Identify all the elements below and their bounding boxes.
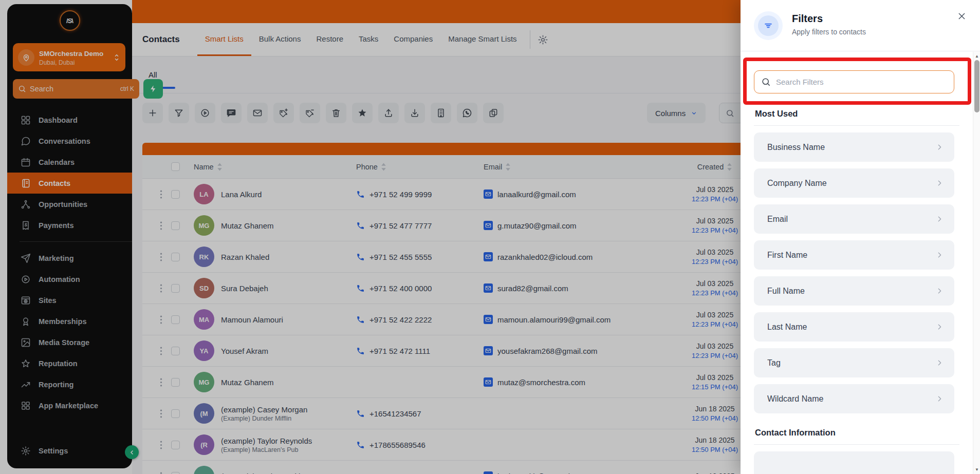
columns-dropdown[interactable]: Columns: [647, 103, 706, 123]
sidebar-item-opportunities[interactable]: Opportunities: [7, 194, 132, 215]
sort-icon[interactable]: [217, 163, 223, 171]
contact-company: (Example) MacLaren's Pub: [221, 446, 312, 453]
tab-tasks[interactable]: Tasks: [351, 23, 386, 56]
sidebar-collapse-button[interactable]: [125, 445, 139, 459]
column-header-email[interactable]: Email: [484, 163, 653, 171]
contact-name[interactable]: Sura Debajeh: [221, 284, 268, 293]
sort-icon[interactable]: [727, 163, 732, 171]
sidebar-item-reputation[interactable]: Reputation: [7, 353, 132, 374]
sidebar-item-marketing[interactable]: Marketing: [7, 248, 132, 269]
send-email-button[interactable]: [247, 103, 268, 123]
column-header-phone[interactable]: Phone: [356, 163, 484, 171]
contact-name[interactable]: Lana Alkurd: [221, 190, 262, 199]
filter-option-first-name[interactable]: First Name: [754, 240, 954, 270]
row-menu-icon[interactable]: [151, 377, 171, 387]
sort-icon[interactable]: [381, 163, 386, 171]
row-checkbox[interactable]: [171, 441, 180, 449]
row-menu-icon[interactable]: [151, 409, 171, 419]
memberships-icon: [21, 316, 31, 327]
email-icon: [484, 377, 493, 387]
tab-restore[interactable]: Restore: [308, 23, 351, 56]
filter-option[interactable]: [754, 451, 954, 474]
contact-name[interactable]: (example) Jordan Smith: [221, 472, 303, 474]
tab-smart-lists[interactable]: Smart Lists: [197, 23, 251, 56]
sidebar-item-conversations[interactable]: Conversations: [7, 130, 132, 151]
filter-option-last-name[interactable]: Last Name: [754, 312, 954, 342]
tab-companies[interactable]: Companies: [386, 23, 440, 56]
import-contacts-button[interactable]: [378, 103, 399, 123]
sidebar-item-memberships[interactable]: Memberships: [7, 311, 132, 332]
row-checkbox[interactable]: [171, 378, 180, 387]
contact-name[interactable]: Mutaz Ghanem: [221, 378, 274, 387]
contact-name[interactable]: Mutaz Ghanem: [221, 221, 274, 230]
sort-icon[interactable]: [505, 163, 511, 171]
row-checkbox[interactable]: [171, 409, 180, 418]
sidebar-item-calendars[interactable]: Calendars: [7, 151, 132, 173]
row-checkbox[interactable]: [171, 284, 180, 293]
filters-search-field[interactable]: [754, 70, 954, 93]
scroll-up-arrow[interactable]: ▲: [973, 54, 980, 59]
select-all-checkbox[interactable]: [171, 162, 180, 171]
sidebar-item-contacts[interactable]: Contacts: [7, 173, 132, 194]
row-menu-icon[interactable]: [151, 283, 171, 293]
filter-option-wildcard-name[interactable]: Wildcard Name: [754, 384, 954, 413]
scroll-down-arrow[interactable]: ▼: [973, 467, 980, 472]
filter-option-business-name[interactable]: Business Name: [754, 132, 954, 162]
add-tag-button[interactable]: [273, 103, 294, 123]
export-contacts-button[interactable]: [404, 103, 425, 123]
drawer-scrollbar[interactable]: ▲ ▼: [973, 52, 980, 474]
close-icon[interactable]: [957, 11, 967, 21]
remove-tag-button[interactable]: [300, 103, 320, 123]
add-contact-button[interactable]: [142, 103, 163, 123]
scrollbar-thumb[interactable]: [974, 60, 979, 112]
sidebar-item-settings[interactable]: Settings: [7, 440, 132, 461]
contact-name[interactable]: Yousef Akram: [221, 347, 268, 355]
filter-option-tag[interactable]: Tag: [754, 348, 954, 377]
quick-actions-button[interactable]: [143, 79, 163, 99]
merge-contacts-button[interactable]: [483, 103, 504, 123]
send-sms-button[interactable]: [221, 103, 242, 123]
filter-button[interactable]: [169, 103, 189, 123]
row-menu-icon[interactable]: [151, 346, 171, 356]
delete-button[interactable]: [326, 103, 346, 123]
row-checkbox[interactable]: [171, 221, 180, 230]
row-checkbox[interactable]: [171, 315, 180, 324]
row-menu-icon[interactable]: [151, 440, 171, 450]
account-switcher[interactable]: SMOrchestra Demo Dubai, Dubai: [13, 43, 125, 71]
chevron-down-icon: [691, 110, 697, 117]
contacts-settings-gear-icon[interactable]: [538, 34, 548, 45]
add-to-favorites-button[interactable]: [352, 103, 373, 123]
contact-name[interactable]: Mamoun Alamouri: [221, 315, 283, 324]
whatsapp-button[interactable]: [457, 103, 477, 123]
row-menu-icon[interactable]: [151, 189, 171, 199]
pipeline-change-button[interactable]: [195, 103, 215, 123]
row-checkbox[interactable]: [171, 190, 180, 199]
row-menu-icon[interactable]: [151, 221, 171, 231]
sidebar-search[interactable]: ctrl K: [13, 79, 139, 99]
row-menu-icon[interactable]: [151, 471, 171, 474]
sidebar-item-reporting[interactable]: Reporting: [7, 374, 132, 395]
sidebar-item-dashboard[interactable]: Dashboard: [7, 109, 132, 130]
contact-name[interactable]: (example) Taylor Reynolds: [221, 437, 312, 445]
sidebar-item-sites[interactable]: Sites: [7, 290, 132, 311]
contact-name[interactable]: (example) Casey Morgan: [221, 405, 307, 414]
row-checkbox[interactable]: [171, 347, 180, 355]
tab-manage-smart-lists[interactable]: Manage Smart Lists: [440, 23, 524, 56]
filter-option-full-name[interactable]: Full Name: [754, 276, 954, 306]
sidebar-item-automation[interactable]: Automation: [7, 269, 132, 290]
add-to-company-button[interactable]: [431, 103, 451, 123]
row-checkbox[interactable]: [171, 472, 180, 474]
column-header-name[interactable]: Name: [194, 163, 356, 171]
sidebar-item-payments[interactable]: Payments: [7, 215, 132, 236]
tab-bulk-actions[interactable]: Bulk Actions: [251, 23, 309, 56]
row-menu-icon[interactable]: [151, 252, 171, 262]
sidebar-item-app-marketplace[interactable]: App Marketplace: [7, 395, 132, 416]
sidebar-item-media-storage[interactable]: Media Storage: [7, 332, 132, 353]
filter-option-company-name[interactable]: Company Name: [754, 168, 954, 198]
row-menu-icon[interactable]: [151, 315, 171, 325]
row-checkbox[interactable]: [171, 253, 180, 261]
contact-name[interactable]: Razan Khaled: [221, 253, 269, 261]
filter-option-email[interactable]: Email: [754, 204, 954, 234]
filters-search-input[interactable]: [776, 78, 947, 86]
sidebar-search-input[interactable]: [30, 85, 120, 93]
